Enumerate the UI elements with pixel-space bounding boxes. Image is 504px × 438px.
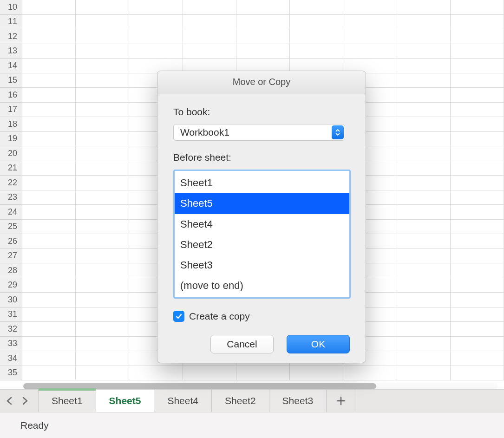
tab-next-button[interactable] — [20, 395, 31, 406]
row-header[interactable]: 22 — [0, 176, 22, 190]
create-copy-label: Create a copy — [189, 311, 250, 322]
row-header[interactable]: 18 — [0, 117, 22, 132]
dialog-title: Move or Copy — [157, 71, 366, 94]
row-header[interactable]: 29 — [0, 278, 22, 293]
row-header[interactable]: 10 — [0, 0, 22, 15]
row-header[interactable]: 32 — [0, 322, 22, 337]
cancel-button[interactable]: Cancel — [210, 335, 274, 353]
sheet-tab[interactable]: Sheet1 — [38, 390, 96, 412]
ok-button[interactable]: OK — [287, 335, 350, 353]
tab-prev-button[interactable] — [4, 395, 15, 406]
to-book-select[interactable]: Workbook1 — [173, 124, 345, 141]
select-stepper-icon — [332, 125, 344, 139]
row-header[interactable]: 34 — [0, 351, 22, 366]
row-header[interactable]: 28 — [0, 263, 22, 278]
row-headers: 1011121314151617181920212223242526272829… — [0, 0, 22, 380]
list-item[interactable]: (move to end) — [175, 275, 349, 296]
status-text: Ready — [20, 420, 49, 431]
create-copy-checkbox[interactable] — [173, 311, 184, 322]
status-bar: Ready — [0, 412, 504, 438]
list-item[interactable]: Sheet3 — [175, 255, 349, 275]
row-header[interactable]: 19 — [0, 132, 22, 147]
row-header[interactable]: 27 — [0, 249, 22, 264]
tab-nav — [0, 390, 34, 412]
row-header[interactable]: 21 — [0, 161, 22, 176]
list-item[interactable]: Sheet1 — [175, 173, 349, 193]
before-sheet-listbox[interactable]: Sheet1Sheet5Sheet4Sheet2Sheet3(move to e… — [173, 170, 351, 299]
row-header[interactable]: 13 — [0, 44, 22, 59]
to-book-value: Workbook1 — [180, 127, 229, 138]
row-header[interactable]: 16 — [0, 88, 22, 103]
row-header[interactable]: 20 — [0, 146, 22, 161]
row-header[interactable]: 30 — [0, 293, 22, 307]
row-header[interactable]: 17 — [0, 103, 22, 118]
sheet-tab[interactable]: Sheet4 — [154, 390, 212, 412]
row-header[interactable]: 24 — [0, 205, 22, 220]
row-header[interactable]: 31 — [0, 307, 22, 322]
sheet-tabs: Sheet1Sheet5Sheet4Sheet2Sheet3 — [38, 390, 327, 412]
row-header[interactable]: 15 — [0, 73, 22, 88]
sheet-tab[interactable]: Sheet5 — [96, 390, 155, 412]
before-sheet-label: Before sheet: — [173, 152, 350, 163]
to-book-label: To book: — [173, 106, 350, 118]
row-header[interactable]: 23 — [0, 190, 22, 205]
row-header[interactable]: 35 — [0, 366, 22, 381]
list-item[interactable]: Sheet4 — [175, 214, 349, 235]
move-or-copy-dialog: Move or Copy To book: Workbook1 Before s… — [157, 71, 366, 363]
list-item[interactable]: Sheet2 — [175, 235, 349, 255]
row-header[interactable]: 26 — [0, 234, 22, 249]
row-header[interactable]: 33 — [0, 337, 22, 352]
sheet-tab[interactable]: Sheet3 — [269, 390, 327, 412]
row-header[interactable]: 11 — [0, 15, 22, 30]
row-header[interactable]: 25 — [0, 220, 22, 235]
sheet-tab[interactable]: Sheet2 — [212, 390, 269, 412]
row-header[interactable]: 12 — [0, 29, 22, 44]
add-sheet-button[interactable] — [327, 390, 355, 412]
sheet-tab-bar: Sheet1Sheet5Sheet4Sheet2Sheet3 — [0, 389, 504, 412]
row-header[interactable]: 14 — [0, 59, 22, 73]
list-item[interactable]: Sheet5 — [175, 193, 349, 214]
